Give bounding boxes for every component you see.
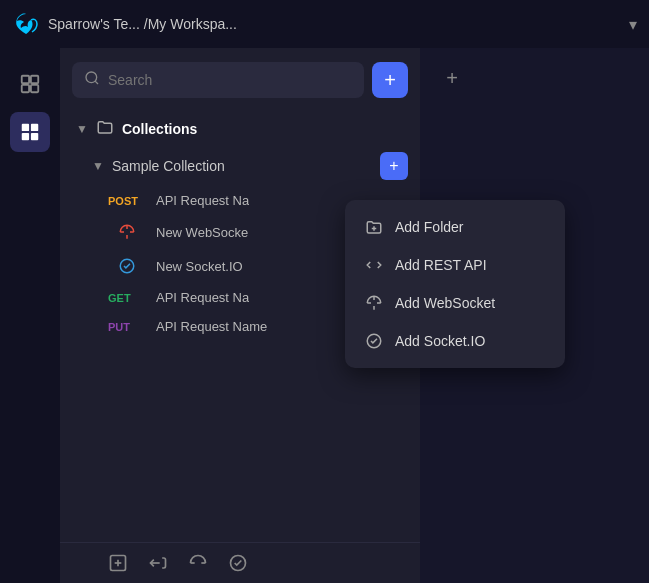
search-input[interactable] xyxy=(108,72,352,88)
search-wrapper[interactable] xyxy=(72,62,364,98)
sidebar xyxy=(0,48,60,583)
svg-rect-5 xyxy=(31,124,38,131)
rest-api-icon xyxy=(365,256,383,274)
tab-bar: + xyxy=(420,48,649,108)
request-name: New WebSocke xyxy=(156,225,248,240)
method-badge-put: PUT xyxy=(108,321,146,333)
dropdown-item-label: Add REST API xyxy=(395,257,487,273)
topbar: Sparrow's Te... /My Workspa... ▾ xyxy=(0,0,649,48)
dropdown-item-label: Add Folder xyxy=(395,219,463,235)
app-logo xyxy=(12,10,40,38)
websocket-icon xyxy=(108,222,146,242)
socketio-bottom-icon[interactable] xyxy=(228,553,248,573)
import-icon[interactable] xyxy=(148,553,168,573)
workspace-label[interactable]: Sparrow's Te... /My Workspa... xyxy=(48,16,621,32)
collection-add-button[interactable]: + xyxy=(380,152,408,180)
add-tab-button[interactable]: + xyxy=(436,62,468,94)
workspace-chevron-icon[interactable]: ▾ xyxy=(629,15,637,34)
search-icon xyxy=(84,70,100,90)
dropdown-item-add-websocket[interactable]: Add WebSocket xyxy=(345,284,565,322)
dropdown-item-add-rest[interactable]: Add REST API xyxy=(345,246,565,284)
svg-rect-2 xyxy=(22,85,29,92)
dropdown-item-label: Add Socket.IO xyxy=(395,333,485,349)
dropdown-item-add-folder[interactable]: Add Folder xyxy=(345,208,565,246)
request-name: New Socket.IO xyxy=(156,259,243,274)
request-name: API Request Na xyxy=(156,193,249,208)
websocket-menu-icon xyxy=(365,294,383,312)
socketio-menu-icon xyxy=(365,332,383,350)
bottom-toolbar xyxy=(60,542,420,583)
svg-rect-1 xyxy=(31,76,38,83)
folder-plus-icon xyxy=(365,218,383,236)
dropdown-item-label: Add WebSocket xyxy=(395,295,495,311)
svg-line-9 xyxy=(95,81,98,84)
collection-item: ▼ Sample Collection + xyxy=(60,146,420,186)
svg-point-8 xyxy=(86,72,97,83)
svg-rect-0 xyxy=(22,76,29,83)
websocket-bottom-icon[interactable] xyxy=(188,553,208,573)
request-name: API Request Name xyxy=(156,319,267,334)
request-name: API Request Na xyxy=(156,290,249,305)
collections-folder-icon xyxy=(96,118,114,140)
svg-rect-3 xyxy=(31,85,38,92)
collection-chevron-icon: ▼ xyxy=(92,159,104,173)
method-badge-post: POST xyxy=(108,195,146,207)
collections-label: Collections xyxy=(122,121,197,137)
collections-header[interactable]: ▼ Collections xyxy=(60,112,420,146)
sidebar-item-home[interactable] xyxy=(10,64,50,104)
svg-rect-6 xyxy=(22,133,29,140)
add-request-icon[interactable] xyxy=(108,553,128,573)
svg-rect-7 xyxy=(31,133,38,140)
socketio-icon xyxy=(108,256,146,276)
svg-rect-4 xyxy=(22,124,29,131)
add-button[interactable]: + xyxy=(372,62,408,98)
dropdown-item-add-socketio[interactable]: Add Socket.IO xyxy=(345,322,565,360)
sidebar-item-collections[interactable] xyxy=(10,112,50,152)
search-bar: + xyxy=(60,48,420,112)
dropdown-menu: Add Folder Add REST API Add WebSocket Ad… xyxy=(345,200,565,368)
collections-chevron-icon: ▼ xyxy=(76,122,88,136)
method-badge-get: GET xyxy=(108,292,146,304)
collection-name[interactable]: Sample Collection xyxy=(112,158,372,174)
